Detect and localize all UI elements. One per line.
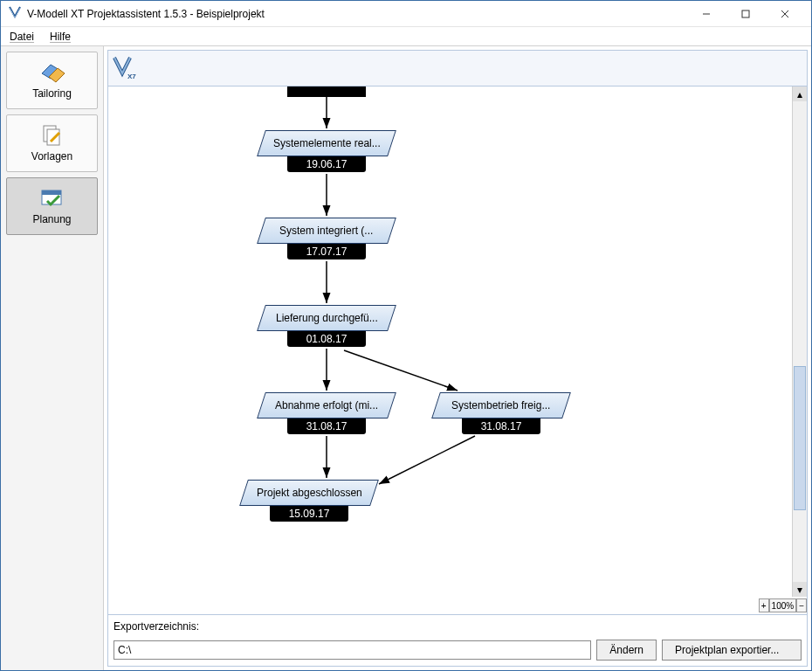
- milestone-date: 17.07.17: [287, 244, 366, 259]
- sidebar-item-label: Vorlagen: [31, 150, 72, 163]
- milestone-node[interactable]: Projekt abgeschlossen 15.09.17: [244, 480, 375, 522]
- export-plan-button[interactable]: Projektplan exportier...: [662, 640, 802, 661]
- zoom-level[interactable]: 100%: [769, 598, 797, 612]
- milestone-date: 15.09.17: [270, 506, 348, 522]
- app-icon: [8, 5, 22, 22]
- svg-text:X7: X7: [127, 73, 136, 80]
- vmodell-logo-icon: X7: [112, 54, 141, 83]
- maximize-button[interactable]: [726, 2, 765, 26]
- milestone-date: 01.08.17: [287, 331, 366, 347]
- sidebar-item-label: Tailoring: [32, 87, 72, 100]
- svg-rect-12: [287, 86, 366, 97]
- sidebar-item-label: Planung: [32, 213, 71, 225]
- zoom-out-button[interactable]: −: [796, 598, 807, 612]
- close-button[interactable]: [765, 2, 804, 26]
- scroll-down-icon[interactable]: ▾: [793, 582, 807, 597]
- milestone-label: System integriert (...: [279, 225, 373, 237]
- milestone-label: Abnahme erfolgt (mi...: [275, 399, 378, 412]
- change-dir-button[interactable]: Ändern: [596, 640, 657, 661]
- sidebar-item-vorlagen[interactable]: Vorlagen: [6, 114, 98, 172]
- project-plan-diagram[interactable]: Systemelemente real... 19.06.17 System i…: [108, 86, 807, 614]
- diagram-toolbar: X7: [107, 50, 808, 86]
- milestone-node[interactable]: Lieferung durchgefü... 01.08.17: [261, 305, 392, 347]
- milestone-node[interactable]: Systembetrieb freig... 31.08.17: [436, 392, 567, 434]
- export-dir-input[interactable]: [114, 640, 591, 660]
- tailoring-icon: [38, 61, 66, 84]
- vertical-scrollbar[interactable]: ▴ ▾: [792, 86, 807, 597]
- window-title: V-Modell XT Projektassistent 1.5.3 - Bei…: [27, 8, 265, 20]
- menu-file[interactable]: Datei: [10, 31, 34, 43]
- milestone-node[interactable]: Systemelemente real... 19.06.17: [261, 130, 392, 172]
- sidebar-item-planung[interactable]: Planung: [6, 177, 98, 235]
- scroll-up-icon[interactable]: ▴: [793, 86, 807, 101]
- menu-help[interactable]: Hilfe: [50, 31, 71, 43]
- milestone-date: 31.08.17: [287, 419, 366, 434]
- svg-line-19: [379, 436, 475, 484]
- zoom-in-button[interactable]: +: [759, 598, 769, 612]
- milestone-label: Systembetrieb freig...: [451, 399, 550, 412]
- milestone-node[interactable]: Abnahme erfolgt (mi... 31.08.17: [261, 392, 392, 434]
- vorlagen-icon: [38, 124, 66, 147]
- planung-icon: [38, 187, 66, 210]
- svg-rect-1: [742, 10, 749, 17]
- milestone-node[interactable]: System integriert (... 17.07.17: [261, 218, 392, 259]
- sidebar-item-tailoring[interactable]: Tailoring: [6, 52, 98, 109]
- milestone-label: Lieferung durchgefü...: [276, 312, 378, 324]
- milestone-date: 31.08.17: [462, 419, 540, 434]
- svg-line-18: [344, 350, 458, 391]
- milestone-date: 19.06.17: [287, 156, 366, 172]
- svg-rect-10: [42, 190, 61, 195]
- export-dir-label: Exportverzeichnis:: [114, 620, 802, 633]
- minimize-button[interactable]: [686, 2, 726, 26]
- scroll-thumb[interactable]: [794, 366, 806, 510]
- milestone-label: Systemelemente real...: [273, 137, 381, 149]
- milestone-label: Projekt abgeschlossen: [257, 487, 362, 499]
